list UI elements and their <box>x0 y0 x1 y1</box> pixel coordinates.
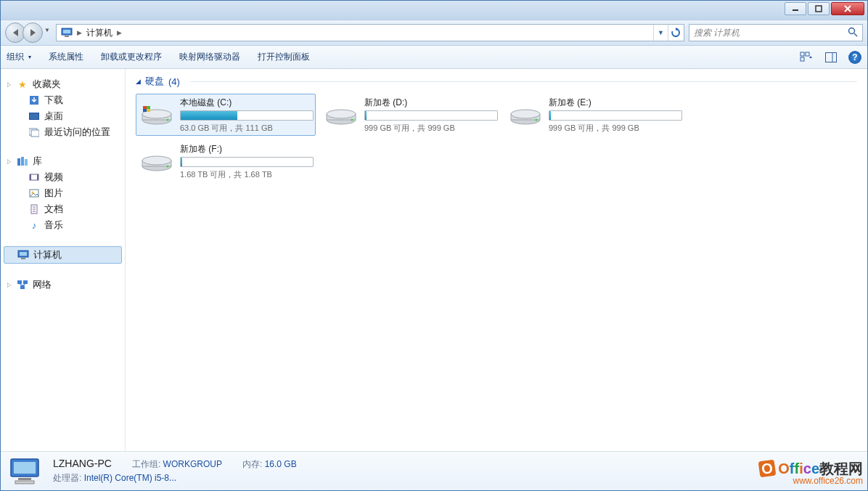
minimize-button[interactable] <box>785 2 806 15</box>
drive-item[interactable]: 本地磁盘 (C:)63.0 GB 可用，共 111 GB <box>136 94 316 136</box>
svg-rect-60 <box>18 478 31 480</box>
refresh-button[interactable] <box>668 25 682 41</box>
system-properties-button[interactable]: 系统属性 <box>49 51 83 63</box>
svg-point-57 <box>167 166 169 168</box>
address-bar-row: ▼ ▶ 计算机 ▶ ▼ 搜索 计算机 <box>1 20 867 46</box>
svg-rect-43 <box>147 106 150 109</box>
computer-icon <box>17 249 29 261</box>
svg-rect-1 <box>816 6 822 12</box>
nav-forward-button[interactable] <box>22 23 43 43</box>
sidebar-libraries[interactable]: 库 <box>1 153 125 169</box>
sidebar-libraries-label: 库 <box>33 155 42 168</box>
svg-rect-12 <box>826 52 837 62</box>
breadcrumb-computer[interactable]: 计算机 <box>83 27 115 39</box>
search-input[interactable]: 搜索 计算机 <box>689 24 863 41</box>
svg-rect-17 <box>17 158 20 166</box>
sidebar-desktop[interactable]: 桌面 <box>1 108 125 124</box>
sidebar-favorites-label: 收藏夹 <box>33 78 61 91</box>
svg-point-7 <box>849 28 855 33</box>
nav-history-dropdown[interactable]: ▼ <box>43 23 52 37</box>
drive-item[interactable]: 新加卷 (E:)999 GB 可用，共 999 GB <box>504 94 684 136</box>
maximize-button[interactable] <box>808 2 830 15</box>
watermark: O Office教程网 www.office26.com <box>759 460 863 486</box>
svg-rect-32 <box>17 280 22 284</box>
svg-rect-61 <box>15 481 34 484</box>
svg-rect-19 <box>25 159 28 166</box>
sidebar-downloads[interactable]: 下载 <box>1 92 125 108</box>
sidebar-network[interactable]: 网络 <box>1 277 125 293</box>
drive-space-bar <box>180 110 314 121</box>
address-dropdown-button[interactable]: ▼ <box>653 25 668 41</box>
organize-button[interactable]: 组织 <box>7 51 31 63</box>
breadcrumb-separator-icon[interactable]: ▶ <box>75 29 83 36</box>
category-hard-drives[interactable]: ◢ 硬盘 (4) <box>136 75 857 88</box>
computer-large-icon <box>8 456 43 487</box>
svg-rect-5 <box>63 30 70 33</box>
sidebar-documents[interactable]: 文档 <box>1 201 125 217</box>
drive-free-text: 999 GB 可用，共 999 GB <box>364 123 498 134</box>
svg-point-56 <box>142 156 171 165</box>
svg-rect-6 <box>65 36 69 37</box>
drive-name: 新加卷 (F:) <box>180 143 314 155</box>
open-control-panel-button[interactable]: 打开控制面板 <box>258 51 310 63</box>
svg-point-48 <box>327 110 356 118</box>
sidebar-computer[interactable]: 计算机 <box>4 246 122 264</box>
svg-rect-33 <box>23 280 28 284</box>
breadcrumb-separator-icon[interactable]: ▶ <box>115 29 123 36</box>
sidebar-pictures[interactable]: 图片 <box>1 185 125 201</box>
svg-rect-10 <box>806 52 809 56</box>
picture-icon <box>28 187 40 199</box>
svg-rect-44 <box>143 109 147 112</box>
svg-rect-30 <box>20 252 27 256</box>
document-icon <box>28 203 40 215</box>
svg-point-52 <box>511 110 540 118</box>
drive-space-bar <box>364 110 498 121</box>
drive-free-text: 63.0 GB 可用，共 111 GB <box>180 123 314 134</box>
svg-point-53 <box>536 119 538 121</box>
svg-line-8 <box>854 33 857 36</box>
help-button[interactable]: ? <box>848 51 861 64</box>
computer-icon <box>58 28 75 38</box>
details-pane: LZHANG-PC 工作组: WORKGROUP 内存: 16.0 GB 处理器… <box>1 451 867 490</box>
close-button[interactable] <box>831 2 864 15</box>
collapse-icon: ◢ <box>136 78 141 85</box>
drive-name: 新加卷 (D:) <box>364 97 498 109</box>
uninstall-programs-button[interactable]: 卸载或更改程序 <box>101 51 162 63</box>
drive-space-bar <box>549 110 682 121</box>
address-bar[interactable]: ▶ 计算机 ▶ ▼ <box>56 24 684 41</box>
sidebar-recent[interactable]: 最近访问的位置 <box>1 124 125 140</box>
sidebar-videos[interactable]: 视频 <box>1 169 125 185</box>
drive-item[interactable]: 新加卷 (F:)1.68 TB 可用，共 1.68 TB <box>136 140 316 182</box>
svg-rect-9 <box>801 52 804 56</box>
drive-icon <box>141 145 173 177</box>
svg-rect-34 <box>20 285 25 289</box>
desktop-icon <box>28 110 40 122</box>
svg-rect-31 <box>21 258 25 259</box>
search-icon <box>848 27 858 39</box>
svg-point-40 <box>167 119 169 121</box>
svg-rect-16 <box>31 130 39 137</box>
watermark-logo-icon: O <box>758 459 777 477</box>
drive-icon <box>325 99 357 131</box>
drive-free-text: 1.68 TB 可用，共 1.68 TB <box>180 169 314 180</box>
download-icon <box>28 94 40 106</box>
drive-item[interactable]: 新加卷 (D:)999 GB 可用，共 999 GB <box>320 94 500 136</box>
svg-rect-18 <box>21 157 24 166</box>
toolbar: 组织 系统属性 卸载或更改程序 映射网络驱动器 打开控制面板 ? <box>1 46 867 69</box>
video-icon <box>28 171 40 183</box>
recent-icon <box>28 126 40 138</box>
view-options-button[interactable] <box>799 50 814 65</box>
network-icon <box>17 279 28 291</box>
svg-rect-11 <box>801 57 804 61</box>
svg-rect-59 <box>14 462 36 474</box>
sidebar-favorites[interactable]: ★ 收藏夹 <box>1 76 125 92</box>
map-network-drive-button[interactable]: 映射网络驱动器 <box>179 51 240 63</box>
svg-rect-22 <box>37 174 38 180</box>
svg-point-49 <box>351 119 353 121</box>
computer-name: LZHANG-PC <box>53 458 112 469</box>
sidebar-music[interactable]: ♪ 音乐 <box>1 217 125 233</box>
navigation-pane: ★ 收藏夹 下载 桌面 最近访问的位置 <box>1 69 126 451</box>
drive-space-bar <box>180 157 314 167</box>
drive-name: 本地磁盘 (C:) <box>180 97 314 109</box>
preview-pane-button[interactable] <box>824 50 838 65</box>
